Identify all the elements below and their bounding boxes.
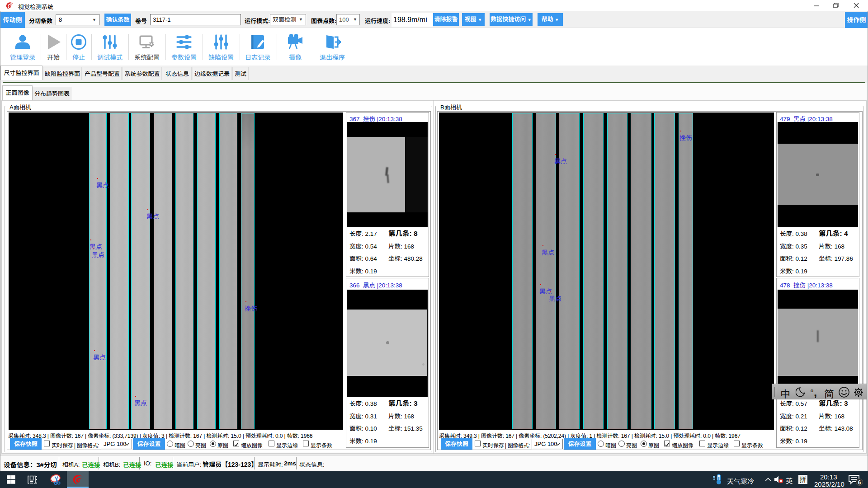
svg-text:6: 6	[858, 479, 861, 486]
